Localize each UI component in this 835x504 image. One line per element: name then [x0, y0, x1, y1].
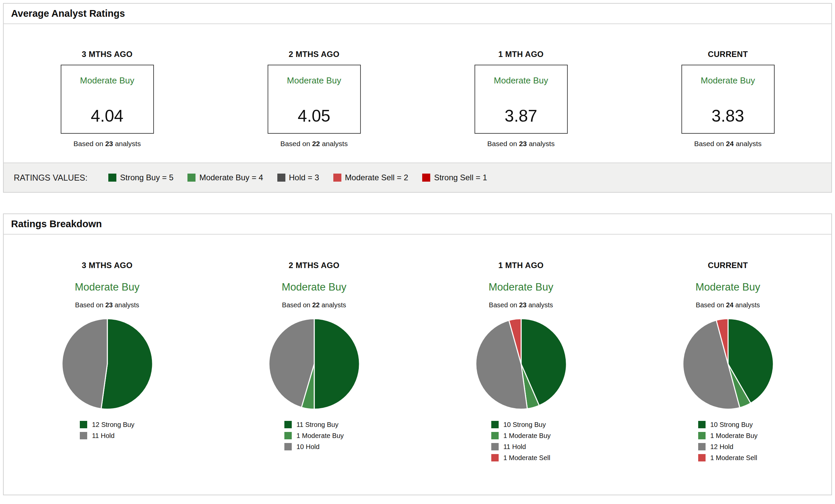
- rating-box: Moderate Buy 4.04: [61, 65, 154, 134]
- rating-value: 3.83: [684, 106, 772, 126]
- ratings-breakdown-content: 3 MTHS AGO Moderate Buy Based on 23 anal…: [4, 235, 831, 495]
- period-label: CURRENT: [625, 49, 831, 59]
- analyst-ratings-page: { "colors": { "strong_buy": "#0b5c20", "…: [0, 0, 835, 504]
- pie-legend-label: 1 Moderate Buy: [297, 432, 344, 439]
- ratings-values-item: Hold = 3: [277, 173, 319, 182]
- pie-legend-item: 1 Moderate Buy: [698, 432, 757, 439]
- rating-label: Moderate Buy: [63, 76, 151, 86]
- rating-label: Moderate Buy: [684, 76, 772, 86]
- period-label: CURRENT: [625, 261, 831, 270]
- color-swatch-icon: [422, 173, 430, 182]
- pie-legend-item: 1 Moderate Sell: [491, 454, 551, 461]
- pie-slice-strong-buy: [314, 319, 360, 409]
- pie-chart: [418, 318, 625, 410]
- rating-box: Moderate Buy 4.05: [268, 65, 361, 134]
- pie-slice-hold: [62, 319, 107, 409]
- based-on-text: Based on: [694, 140, 724, 147]
- analyst-count: 23: [519, 140, 527, 147]
- pie-chart: [625, 318, 831, 410]
- pie-legend-label: 11 Hold: [503, 443, 526, 450]
- color-swatch-icon: [698, 454, 706, 461]
- pie-legend-item: 11 Hold: [80, 432, 135, 439]
- analyst-count: 22: [312, 140, 320, 147]
- avg-column-3mths: 3 MTHS AGO Moderate Buy 4.04 Based on 23…: [4, 49, 210, 148]
- rating-label: Moderate Buy: [4, 281, 210, 293]
- pie-legend: 12 Strong Buy11 Hold: [80, 421, 135, 443]
- pie-legend-label: 10 Hold: [297, 443, 320, 450]
- analyst-count: 23: [105, 301, 113, 309]
- breakdown-column-3mths: 3 MTHS AGO Moderate Buy Based on 23 anal…: [4, 261, 210, 465]
- ratings-values-item: Strong Sell = 1: [422, 173, 487, 182]
- pie-legend-label: 1 Moderate Buy: [710, 432, 757, 439]
- pie-legend-item: 11 Strong Buy: [284, 421, 344, 428]
- analyst-count-note: Based on 23 analysts: [418, 301, 625, 309]
- pie-chart-svg: [61, 318, 154, 410]
- period-label: 3 MTHS AGO: [4, 261, 210, 270]
- analyst-count-note: Based on 23 analysts: [4, 140, 210, 148]
- pie-legend: 10 Strong Buy1 Moderate Buy12 Hold1 Mode…: [698, 421, 757, 465]
- ratings-values-item-label: Moderate Sell = 2: [345, 173, 408, 182]
- pie-legend-label: 1 Moderate Sell: [503, 454, 550, 461]
- rating-label: Moderate Buy: [270, 76, 358, 86]
- average-ratings-title: Average Analyst Ratings: [11, 8, 125, 19]
- pie-chart: [210, 318, 418, 410]
- rating-box: Moderate Buy 3.83: [681, 65, 775, 134]
- pie-chart: [4, 318, 210, 410]
- analysts-text: analysts: [529, 301, 553, 309]
- analyst-count-note: Based on 23 analysts: [418, 140, 625, 148]
- pie-legend-item: 12 Hold: [698, 443, 757, 450]
- color-swatch-icon: [698, 432, 706, 439]
- based-on-text: Based on: [74, 140, 103, 147]
- ratings-values-item-label: Hold = 3: [289, 173, 319, 182]
- period-label: 1 MTH AGO: [418, 261, 625, 270]
- pie-legend-item: 12 Strong Buy: [80, 421, 135, 428]
- ratings-breakdown-card: Ratings Breakdown 3 MTHS AGO Moderate Bu…: [3, 213, 832, 495]
- analyst-count: 23: [519, 301, 527, 309]
- average-ratings-header: Average Analyst Ratings: [4, 4, 831, 24]
- color-swatch-icon: [491, 432, 498, 439]
- color-swatch-icon: [284, 421, 292, 428]
- pie-slice-strong-buy: [101, 319, 152, 409]
- analysts-text: analysts: [736, 140, 761, 147]
- avg-column-1mth: 1 MTH AGO Moderate Buy 3.87 Based on 23 …: [418, 49, 625, 148]
- color-swatch-icon: [491, 443, 498, 450]
- avg-column-2mths: 2 MTHS AGO Moderate Buy 4.05 Based on 22…: [210, 49, 418, 148]
- period-label: 1 MTH AGO: [418, 49, 625, 59]
- color-swatch-icon: [80, 432, 87, 439]
- analysts-text: analysts: [529, 140, 555, 147]
- ratings-values-item: Moderate Sell = 2: [333, 173, 408, 182]
- ratings-breakdown-title: Ratings Breakdown: [11, 218, 102, 229]
- period-label: 3 MTHS AGO: [4, 49, 210, 59]
- avg-column-current: CURRENT Moderate Buy 3.83 Based on 24 an…: [625, 49, 831, 148]
- pie-legend-label: 10 Strong Buy: [503, 421, 546, 428]
- pie-legend-label: 1 Moderate Sell: [710, 454, 757, 461]
- pie-legend-item: 1 Moderate Sell: [698, 454, 757, 461]
- rating-value: 4.04: [63, 106, 151, 126]
- pie-legend-item: 10 Hold: [284, 443, 344, 450]
- average-ratings-content: 3 MTHS AGO Moderate Buy 4.04 Based on 23…: [4, 24, 831, 163]
- ratings-values-item-label: Moderate Buy = 4: [199, 173, 263, 182]
- pie-legend-label: 11 Hold: [92, 432, 114, 439]
- color-swatch-icon: [284, 432, 292, 439]
- analyst-count-note: Based on 22 analysts: [210, 301, 418, 309]
- ratings-values-items: Strong Buy = 5Moderate Buy = 4Hold = 3Mo…: [108, 173, 501, 182]
- pie-legend-label: 12 Hold: [710, 443, 733, 450]
- pie-legend-item: 1 Moderate Buy: [491, 432, 551, 439]
- based-on-text: Based on: [489, 301, 517, 309]
- breakdown-column-current: CURRENT Moderate Buy Based on 24 analyst…: [625, 261, 831, 465]
- color-swatch-icon: [491, 421, 498, 428]
- pie-legend-label: 1 Moderate Buy: [503, 432, 551, 439]
- analyst-count-note: Based on 22 analysts: [210, 140, 418, 148]
- based-on-text: Based on: [280, 140, 310, 147]
- rating-label: Moderate Buy: [625, 281, 831, 293]
- ratings-values-item: Strong Buy = 5: [108, 173, 174, 182]
- color-swatch-icon: [491, 454, 498, 461]
- pie-legend-label: 12 Strong Buy: [92, 421, 135, 428]
- analysts-text: analysts: [322, 301, 346, 309]
- average-ratings-card: Average Analyst Ratings 3 MTHS AGO Moder…: [3, 3, 832, 193]
- analysts-text: analysts: [115, 140, 141, 147]
- pie-legend: 11 Strong Buy1 Moderate Buy10 Hold: [284, 421, 344, 454]
- pie-chart-svg: [268, 318, 361, 410]
- ratings-values-item-label: Strong Sell = 1: [434, 173, 487, 182]
- analyst-count-note: Based on 24 analysts: [625, 140, 831, 148]
